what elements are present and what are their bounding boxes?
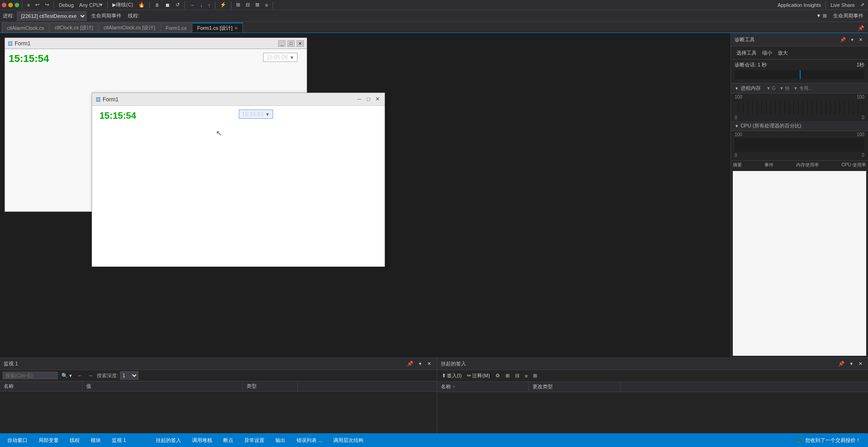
thread-btn[interactable]: 线程: [126, 11, 141, 21]
tab-form1-cs[interactable]: Form1.cs [161, 22, 192, 33]
bp-settings-btn[interactable]: ⚙ [494, 372, 502, 379]
bp-expand-btn[interactable]: ⊞ [531, 372, 539, 379]
back-btn[interactable]: ↩ [33, 0, 41, 10]
runtime-form-icon: 🖼 [96, 97, 101, 102]
status-locals[interactable]: 局部变量 [35, 437, 62, 444]
watch-more-btn[interactable]: ▾ [417, 359, 423, 369]
process-select[interactable]: [22612] ctlTestDemo.exe [17, 11, 87, 21]
status-callstack[interactable]: 调用堆栈 [188, 437, 216, 444]
mem-used-label: ▼ 专用... [793, 85, 812, 92]
circle-yellow-icon [8, 3, 13, 7]
forward-btn[interactable]: ↪ [43, 0, 51, 10]
panel-pin-btn[interactable]: 📌 [856, 23, 866, 33]
diag-close-panel-btn[interactable]: ✕ [857, 35, 864, 44]
live-share-btn[interactable]: Live Share [829, 0, 857, 10]
bp-table-header: 名称 ↑ 更改类型 [437, 382, 868, 392]
watch-close-btn[interactable]: ✕ [425, 359, 433, 369]
sep5 [184, 1, 185, 9]
zoom-in-btn[interactable]: 放大 [776, 48, 790, 57]
checkin-btn[interactable]: ⬆ 签入(I) [440, 372, 463, 380]
runtime-close-btn[interactable]: ✕ [374, 95, 382, 103]
watch-col-type: 类型 [243, 381, 298, 391]
design-maximize-btn[interactable]: □ [287, 40, 295, 47]
form1-runtime-window[interactable]: 🖼 Form1 ─ □ ✕ 15:15:54 15:15:53 ▼ ↖ [92, 93, 385, 267]
step-out-btn[interactable]: ↑ [206, 0, 213, 10]
format-btn4[interactable]: ≡ [263, 0, 269, 10]
status-threads[interactable]: 线程 [66, 437, 83, 444]
comment-btn[interactable]: ✏ 注释(M) [465, 372, 492, 380]
search-fwd-btn[interactable]: → [86, 371, 95, 380]
status-output[interactable]: 输出 [272, 437, 289, 444]
design-close-btn[interactable]: ✕ [297, 40, 304, 47]
status-breakpoints[interactable]: 断点 [220, 437, 237, 444]
watch-pin-btn[interactable]: 📌 [405, 359, 415, 369]
diag-more-btn[interactable]: ▾ [849, 35, 855, 44]
filter-btn[interactable]: ▼ ⊞ [814, 11, 829, 21]
bp-more-btn[interactable]: ▾ [848, 359, 855, 369]
format-btn2[interactable]: ⊟ [244, 0, 252, 10]
depth-select[interactable]: 1 2 3 [120, 371, 138, 380]
search-options-btn[interactable]: 🔍 ▾ [60, 371, 74, 380]
restart-btn[interactable]: ↺ [174, 0, 181, 10]
continue-btn[interactable]: ▶ 继续(C) [110, 0, 135, 10]
tab-ctlalarmclock-design[interactable]: ctlAlarmClock.cs [设计] [99, 22, 160, 33]
tab-ctlalarmclock-cs[interactable]: ctlAlarmClock.cs [2, 22, 49, 33]
diag-session-section: 诊断会话: 1 秒 1秒 [731, 60, 868, 83]
lifecycle-btn[interactable]: 生命周期事件 [89, 11, 123, 21]
second-toolbar: 进程: [22612] ctlTestDemo.exe 生命周期事件 线程: ▼… [0, 10, 868, 22]
bp-filter-btn[interactable]: ⊟ [513, 372, 521, 379]
share-icon-btn[interactable]: ⇗ [858, 0, 866, 10]
search-back-btn[interactable]: ← [76, 371, 84, 380]
watch-search-input[interactable] [3, 372, 58, 379]
bp-toolbar: ⬆ 签入(I) ✏ 注释(M) ⚙ ⊞ ⊟ ≡ ⊞ [437, 370, 868, 382]
form1-design-timepicker[interactable]: 15:05:06 ▼ [263, 53, 297, 62]
runtime-maximize-btn[interactable]: □ [364, 95, 373, 103]
watch-panel-title: 监视 1 [4, 360, 18, 367]
debug-more-btn[interactable]: 生命周期事件 [831, 11, 865, 21]
status-exception-settings[interactable]: 异常设置 [241, 437, 268, 444]
status-pending-checkin[interactable]: 挂起的签入 [152, 437, 185, 444]
status-error-list[interactable]: 错误列表 ... [293, 437, 326, 444]
status-auto-window[interactable]: 自动窗口 [4, 437, 31, 444]
runtime-minimize-btn[interactable]: ─ [355, 95, 363, 103]
runtime-timepicker-value: 15:15:53 [242, 111, 264, 117]
format-btn1[interactable]: ⊞ [234, 0, 242, 10]
more-debug-btn[interactable]: ⚡ [218, 0, 228, 10]
warning-btn[interactable]: 🔥 [137, 0, 147, 10]
watch-col-value: 值 [82, 381, 243, 391]
format-btn3[interactable]: ⊠ [253, 0, 261, 10]
status-exchange[interactable]: 💱 您收到了一个交易报价！ [793, 437, 864, 444]
pause-btn[interactable]: ⏸ [153, 0, 161, 10]
bp-sort-btn[interactable]: ⊞ [504, 372, 511, 379]
select-tools-btn[interactable]: 选择工具 [735, 48, 758, 57]
status-modules[interactable]: 模块 [87, 437, 104, 444]
app-insights-btn[interactable]: Application Insights [776, 0, 823, 10]
sep2 [54, 1, 54, 9]
step-over-btn[interactable]: → [187, 0, 196, 10]
cpu-select-btn[interactable]: Any CPU ▾ [77, 0, 104, 10]
tab-ctlclock-design[interactable]: ctlClock.cs [设计] [49, 22, 98, 33]
tab-close-icon[interactable]: ✕ [234, 26, 238, 31]
mem-100-right: 100 [857, 94, 864, 99]
bp-pin-btn[interactable]: 📌 [836, 359, 846, 369]
runtime-timepicker-arrow-icon: ▼ [265, 112, 270, 117]
status-call-hierarchy[interactable]: 调用层次结构 [330, 437, 367, 444]
zoom-out-btn[interactable]: 缩小 [760, 48, 774, 57]
diag-pin-btn[interactable]: 📌 [838, 35, 847, 44]
runtime-timepicker[interactable]: 15:15:53 ▼ [239, 110, 273, 119]
bottom-area: 监视 1 📌 ▾ ✕ 🔍 ▾ ← → 搜索深度: 1 2 3 名称 [0, 358, 868, 433]
process-label-text: 进程: [3, 12, 14, 19]
timeline-cursor [800, 70, 801, 79]
file-menu-btn[interactable]: ≡ [25, 0, 32, 10]
comment-icon: ✏ [467, 373, 471, 379]
bp-view-btn[interactable]: ≡ [523, 373, 529, 379]
summary-label: 摘要 [733, 162, 742, 168]
bp-close-btn[interactable]: ✕ [857, 359, 864, 369]
memory-label-text: 进程内存 [741, 85, 761, 92]
stop-btn[interactable]: ⏹ [163, 0, 172, 10]
mem-100-left: 100 [735, 94, 742, 99]
step-into-btn[interactable]: ↓ [198, 0, 204, 10]
design-minimize-btn[interactable]: _ [278, 40, 286, 47]
status-watch1[interactable]: 监视 1 [108, 437, 130, 444]
tab-form1-design[interactable]: Form1.cs [设计] ✕ [192, 22, 243, 33]
